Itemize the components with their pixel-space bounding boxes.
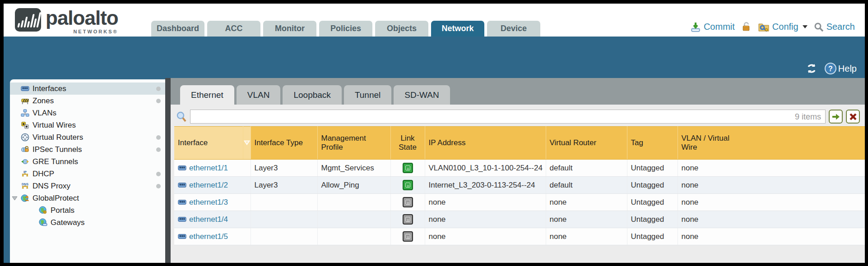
cell-virtual-router: none xyxy=(546,228,627,245)
table-header-row: Interface Interface Type Management Prof… xyxy=(174,127,865,160)
header-actions: Commit Config xyxy=(690,21,855,32)
main-nav-tabs: Dashboard ACC Monitor Policies Objects N… xyxy=(151,21,540,37)
sidebar-item-gre-tunnels[interactable]: GRE Tunnels xyxy=(10,156,165,168)
cell-tag: Untagged xyxy=(627,228,678,245)
column-header-interface[interactable]: Interface xyxy=(174,127,243,160)
cell-management-profile xyxy=(317,211,390,228)
tab-sdwan[interactable]: SD-WAN xyxy=(394,85,450,105)
ipsec-tunnels-icon xyxy=(21,145,29,154)
expander-icon[interactable] xyxy=(12,196,18,201)
help-button[interactable]: ? Help xyxy=(825,63,857,74)
content-area: Ethernet VLAN Loopback Tunnel SD-WAN 9 i… xyxy=(171,78,865,263)
sidebar-item-portals[interactable]: Portals xyxy=(10,204,165,216)
interface-link[interactable]: ethernet1/2 xyxy=(189,181,228,190)
tab-monitor[interactable]: Monitor xyxy=(263,21,316,37)
interface-link[interactable]: ethernet1/3 xyxy=(189,198,228,207)
link-state-icon xyxy=(403,163,413,173)
dns-proxy-icon: DNS xyxy=(21,182,29,190)
config-button[interactable]: Config xyxy=(758,22,808,32)
sidebar-item-label: Virtual Routers xyxy=(32,133,83,142)
sidebar-item-label: Gateways xyxy=(51,218,85,227)
tab-device[interactable]: Device xyxy=(487,21,540,37)
tab-network[interactable]: Network xyxy=(431,21,484,37)
logo-word: paloalto xyxy=(46,8,118,28)
cell-interface-type: Layer3 xyxy=(251,160,317,177)
commit-button[interactable]: Commit xyxy=(690,22,735,32)
interfaces-icon xyxy=(21,84,29,93)
main-region: Interfaces Zones VLANs Virtual Wires Vir… xyxy=(4,78,865,263)
search-button[interactable]: Search xyxy=(814,22,855,32)
sidebar-item-globalprotect[interactable]: GlobalProtect xyxy=(10,192,165,204)
vlans-icon xyxy=(21,109,29,117)
interface-icon xyxy=(178,164,186,172)
interface-link[interactable]: ethernet1/4 xyxy=(189,215,228,224)
sidebar-item-label: IPSec Tunnels xyxy=(32,145,82,154)
cell-management-profile: Mgmt_Services xyxy=(317,160,390,177)
search-icon xyxy=(814,22,824,32)
tab-dashboard[interactable]: Dashboard xyxy=(151,21,204,37)
sidebar-item-dhcp[interactable]: IP DHCP xyxy=(10,168,165,180)
table-row: ethernet1/2 Layer3 Allow_Ping Internet_L… xyxy=(174,177,865,194)
filter-bar: 9 items xyxy=(173,109,865,126)
tab-acc[interactable]: ACC xyxy=(207,21,260,37)
cell-ip-address: VLAN0100_L3_10-1-100-254--24 xyxy=(425,160,546,177)
cell-tag: Untagged xyxy=(627,211,678,228)
virtual-wires-icon xyxy=(21,121,29,129)
clear-filter-button[interactable] xyxy=(846,110,860,124)
apply-filter-button[interactable] xyxy=(829,110,843,124)
cell-ip-address: none xyxy=(425,211,546,228)
column-header-vlan-virtual-wire[interactable]: VLAN / Virtual Wire xyxy=(678,127,865,160)
link-state-icon xyxy=(403,231,413,242)
dhcp-icon: IP xyxy=(21,170,29,178)
column-header-virtual-router[interactable]: Virtual Router xyxy=(546,127,627,160)
column-menu-button[interactable] xyxy=(243,127,251,160)
cell-virtual-router: default xyxy=(546,160,627,177)
refresh-icon[interactable] xyxy=(806,63,817,74)
column-dropdown-icon xyxy=(244,140,250,145)
interface-link[interactable]: ethernet1/5 xyxy=(189,232,228,241)
ethernet-panel: 9 items Interf xyxy=(171,105,865,263)
sidebar: Interfaces Zones VLANs Virtual Wires Vir… xyxy=(10,79,165,263)
tab-ethernet[interactable]: Ethernet xyxy=(180,85,234,105)
search-label: Search xyxy=(826,22,855,32)
sidebar-item-ipsec-tunnels[interactable]: IPSec Tunnels xyxy=(10,143,165,156)
sidebar-item-gateways[interactable]: Gateways xyxy=(10,216,165,229)
lock-icon[interactable] xyxy=(741,21,752,32)
tab-tunnel[interactable]: Tunnel xyxy=(344,85,391,105)
paloalto-logo: paloalto NETWORKS® xyxy=(15,8,118,34)
table-row: ethernet1/4 none none Untagged none xyxy=(174,211,865,228)
sidebar-item-virtual-wires[interactable]: Virtual Wires xyxy=(10,119,165,131)
tab-vlan[interactable]: VLAN xyxy=(237,85,281,105)
cell-tag: Untagged xyxy=(627,160,678,177)
paloalto-logo-icon xyxy=(15,8,41,32)
filter-input[interactable] xyxy=(190,110,826,124)
tab-objects[interactable]: Objects xyxy=(375,21,428,37)
cell-virtual-router: none xyxy=(546,211,627,228)
sidebar-splitter[interactable] xyxy=(165,78,171,263)
column-header-interface-type[interactable]: Interface Type xyxy=(251,127,317,160)
config-icon xyxy=(758,22,770,32)
column-header-management-profile[interactable]: Management Profile xyxy=(317,127,390,160)
sidebar-item-dns-proxy[interactable]: DNS DNS Proxy xyxy=(10,180,165,192)
interface-icon xyxy=(178,232,186,241)
tab-loopback[interactable]: Loopback xyxy=(283,85,341,105)
table-row: ethernet1/1 Layer3 Mgmt_Services VLAN010… xyxy=(174,160,865,177)
commit-label: Commit xyxy=(704,22,735,32)
interface-link[interactable]: ethernet1/1 xyxy=(189,164,228,173)
sidebar-item-vlans[interactable]: VLANs xyxy=(10,107,165,119)
column-header-link-state[interactable]: Link State xyxy=(390,127,425,160)
sidebar-item-virtual-routers[interactable]: Virtual Routers xyxy=(10,131,165,143)
column-header-tag[interactable]: Tag xyxy=(627,127,678,160)
cell-vlan: none xyxy=(678,211,865,228)
top-header: paloalto NETWORKS® Dashboard ACC Monitor… xyxy=(4,4,865,37)
sidebar-item-zones[interactable]: Zones xyxy=(10,95,165,107)
cell-ip-address: none xyxy=(425,194,546,211)
sidebar-item-label: GlobalProtect xyxy=(32,194,79,203)
column-header-ip-address[interactable]: IP Address xyxy=(425,127,546,160)
sidebar-item-interfaces[interactable]: Interfaces xyxy=(10,83,165,95)
logo-waveform xyxy=(17,12,41,28)
svg-text:?: ? xyxy=(828,65,833,73)
virtual-routers-icon xyxy=(21,133,29,142)
tab-policies[interactable]: Policies xyxy=(319,21,372,37)
portals-icon xyxy=(39,206,47,215)
